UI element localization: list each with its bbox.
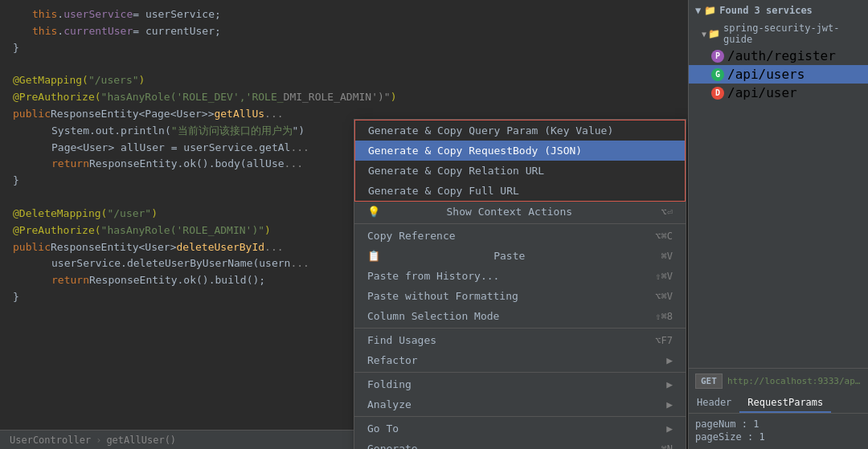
code-line-empty [0,56,688,72]
breadcrumb-method[interactable]: getAllUser() [106,435,176,446]
http-method-badge: GET [695,373,723,389]
code-token: this [32,6,57,23]
menu-item-paste-no-format[interactable]: Paste without Formatting ⌥⌘V [354,286,686,306]
right-panel: ▼ 📁 Found 3 services ▼ 📁 spring-security… [688,0,868,449]
bulb-icon: 💡 [367,206,380,218]
found-services-title: ▼ 📁 Found 3 services [689,0,868,21]
code-line: @PreAuthorize("hasAnyRole('ROLE_DEV','RO… [0,89,688,106]
code-line: } [0,40,688,57]
menu-item-relation-url[interactable]: Generate & Copy Relation URL [355,161,685,181]
tree-endpoint-register[interactable]: P /auth/register [689,47,868,65]
menu-item-generate[interactable]: Generate... ⌘N [354,439,686,449]
menu-item-analyze[interactable]: Analyze ▶ [354,394,686,414]
http-tabs: Header RequestParams [689,394,868,414]
tree-chevron: ▼ [695,5,701,16]
tab-request-params[interactable]: RequestParams [739,394,831,413]
http-url-bar: GET http://localhost:9333/api/us [689,369,868,394]
menu-separator [354,372,686,373]
context-menu: Generate & Copy Query Param (Key Value) … [354,119,686,449]
code-line: this.userService = userService; [0,6,688,23]
menu-item-request-body[interactable]: Generate & Copy RequestBody (JSON) [355,141,685,161]
code-line: @GetMapping("/users") [0,72,688,89]
menu-item-paste-history[interactable]: Paste from History... ⇧⌘V [354,266,686,286]
param-pagenum: pageNum : 1 [695,418,862,430]
menu-item-column-selection[interactable]: Column Selection Mode ⇧⌘8 [354,306,686,326]
menu-separator [354,416,686,417]
http-params: pageNum : 1 pageSize : 1 [689,414,868,449]
menu-item-full-url[interactable]: Generate & Copy Full URL [355,181,685,201]
folder-icon: 📁 [708,28,720,39]
menu-item-paste[interactable]: 📋 Paste ⌘V [354,246,686,266]
tree-folder-chevron: ▼ [702,30,706,39]
menu-separator [354,328,686,329]
menu-item-copy-reference[interactable]: Copy Reference ⌥⌘C [354,226,686,246]
method-icon-post: P [711,50,724,63]
menu-separator [354,223,686,224]
menu-section-highlighted: Generate & Copy Query Param (Key Value) … [354,120,686,202]
breadcrumb-separator: › [96,435,101,446]
param-pagesize: pageSize : 1 [695,431,862,443]
method-icon-delete: D [711,87,724,100]
services-tree-container: ▼ 📁 Found 3 services ▼ 📁 spring-security… [689,0,868,368]
folder-icon: 📁 [704,5,716,16]
method-icon-get: G [711,68,724,81]
menu-item-refactor[interactable]: Refactor ▶ [354,350,686,370]
code-panel: this.userService = userService; this.cur… [0,0,688,449]
menu-item-context-actions[interactable]: 💡 Show Context Actions ⌥⏎ [354,202,686,222]
code-line: this.currentUser = currentUser; [0,23,688,40]
menu-item-find-usages[interactable]: Find Usages ⌥F7 [354,330,686,350]
menu-item-goto[interactable]: Go To ▶ [354,418,686,439]
http-url-text: http://localhost:9333/api/us [727,376,862,386]
menu-item-folding[interactable]: Folding ▶ [354,374,686,394]
paste-icon: 📋 [367,250,380,262]
tree-project-folder[interactable]: ▼ 📁 spring-security-jwt-guide [689,21,868,47]
http-panel: GET http://localhost:9333/api/us Header … [689,368,868,449]
breadcrumb-class[interactable]: UserController [10,435,91,446]
menu-item-query-param[interactable]: Generate & Copy Query Param (Key Value) [355,120,685,141]
tab-header[interactable]: Header [689,394,739,413]
tree-endpoint-user[interactable]: D /api/user [689,84,868,102]
tree-endpoint-users[interactable]: G /api/users [689,65,868,84]
